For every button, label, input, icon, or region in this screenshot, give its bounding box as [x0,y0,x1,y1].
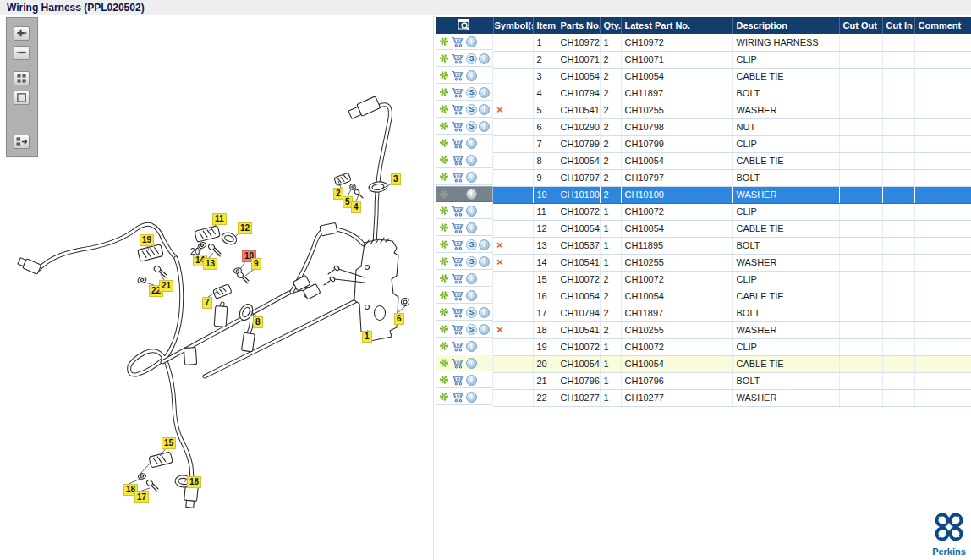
info-icon[interactable]: i [466,206,477,217]
parts-row[interactable]: S i 21 CH10796 1 CH10796 BOLT [436,372,971,389]
diagram-callout-15[interactable]: 15 [162,437,176,449]
overview-button[interactable] [14,71,30,85]
settings-gear-icon[interactable] [439,290,449,300]
parts-row[interactable]: S i 11 CH10072 1 CH10072 CLIP [436,203,971,220]
add-to-cart-icon[interactable] [451,358,464,369]
settings-gear-icon[interactable] [439,104,449,114]
parts-row[interactable]: S i 12 CH10054 1 CH10054 CABLE TIE [436,220,971,237]
parts-row[interactable]: S i 3 CH10054 2 CH10054 CABLE TIE [436,68,971,85]
col-header-cut-out[interactable]: Cut Out [839,17,882,34]
diagram-callout-11[interactable]: 11 [212,213,227,225]
diagram-callout-13[interactable]: 13 [203,258,217,270]
diagram-callout-1[interactable]: 1 [362,331,372,343]
info-icon[interactable]: i [479,104,490,115]
add-to-cart-icon[interactable] [451,138,464,149]
parts-row[interactable]: S i 4 CH10794 2 CH11897 BOLT [436,85,971,102]
diagram-callout-19[interactable]: 19 [140,234,154,246]
add-to-cart-icon[interactable] [451,172,464,183]
add-to-cart-icon[interactable] [451,256,464,267]
parts-row[interactable]: S i 10 CH10100 2 CH10100 WASHER [436,186,971,203]
settings-gear-icon[interactable] [439,70,449,80]
add-to-cart-icon[interactable] [451,53,464,64]
add-to-cart-icon[interactable] [451,341,464,352]
col-header-symbols[interactable]: Symbol(s) [493,17,533,34]
col-header-parts-no[interactable]: Parts No. [557,17,600,34]
settings-gear-icon[interactable] [439,53,449,63]
diagram-callout-21[interactable]: 21 [159,280,173,292]
parts-row[interactable]: S i 6 CH10290 2 CH10798 NUT [436,118,971,135]
parts-row[interactable]: S i × 13 CH10537 1 CH11895 BOLT [436,237,971,254]
col-header-item[interactable]: Item [533,17,557,34]
settings-gear-icon[interactable] [439,121,449,131]
settings-gear-icon[interactable] [439,36,449,47]
settings-gear-icon[interactable] [439,341,449,351]
add-to-cart-icon[interactable] [451,222,464,233]
diagram-callout-8[interactable]: 8 [253,316,263,328]
add-to-cart-icon[interactable] [451,324,464,335]
settings-gear-icon[interactable] [439,375,449,385]
add-to-cart-icon[interactable] [451,36,464,47]
parts-row[interactable]: S i 7 CH10799 2 CH10799 CLIP [436,135,971,152]
info-icon[interactable]: i [479,256,490,267]
info-icon[interactable]: i [479,87,490,98]
settings-gear-icon[interactable] [439,87,449,97]
zoom-out-button[interactable] [14,46,30,60]
info-icon[interactable]: i [479,239,490,250]
settings-gear-icon[interactable] [439,189,449,200]
add-to-cart-icon[interactable] [451,273,464,284]
add-to-cart-icon[interactable] [451,104,464,115]
settings-gear-icon[interactable] [439,206,449,216]
diagram-callout-9[interactable]: 9 [251,258,261,270]
fit-to-page-button[interactable] [14,91,30,105]
info-icon[interactable]: i [466,341,477,352]
info-icon[interactable]: i [479,324,490,335]
info-icon[interactable]: i [466,375,477,386]
settings-gear-icon[interactable] [439,273,449,283]
info-icon[interactable]: i [466,273,477,284]
diagram-callout-2[interactable]: 2 [333,188,343,200]
parts-row[interactable]: S i 1 CH10972 1 CH10972 WIRING HARNESS [436,34,971,51]
diagram-callout-3[interactable]: 3 [391,173,401,185]
info-icon[interactable]: i [466,392,477,403]
info-icon[interactable]: i [466,36,477,47]
info-icon[interactable]: i [466,138,477,149]
supersession-icon[interactable]: S [466,324,477,335]
add-to-cart-icon[interactable] [451,155,464,166]
info-icon[interactable]: i [466,172,477,183]
supersession-icon[interactable]: S [466,87,477,98]
settings-gear-icon[interactable] [439,307,449,317]
diagram-callout-4[interactable]: 4 [351,201,361,213]
zoom-in-button[interactable] [14,26,30,41]
col-header-latest-part-no[interactable]: Latest Part No. [621,17,732,34]
info-icon[interactable]: i [479,121,490,132]
parts-row[interactable]: S i 8 CH10054 2 CH10054 CABLE TIE [436,152,971,169]
parts-row[interactable]: S i 22 CH10277 1 CH10277 WASHER [436,389,971,406]
parts-row[interactable]: S i 2 CH10071 2 CH10071 CLIP [436,51,971,68]
info-icon[interactable]: i [466,222,477,233]
settings-gear-icon[interactable] [439,138,449,148]
info-icon[interactable]: i [479,53,490,64]
supersession-icon[interactable]: S [466,104,477,115]
add-to-cart-icon[interactable] [451,206,464,217]
add-to-cart-icon[interactable] [451,375,464,386]
parts-row[interactable]: S i 20 CH10054 1 CH10054 CABLE TIE [436,355,971,372]
info-icon[interactable]: i [479,307,490,318]
parts-row[interactable]: S i × 14 CH10541 1 CH10255 WASHER [436,254,971,271]
diagram-callout-17[interactable]: 17 [134,491,149,503]
add-to-cart-icon[interactable] [451,392,464,403]
add-to-cart-icon[interactable] [451,189,464,200]
diagram-callout-6[interactable]: 6 [394,313,404,325]
col-header-cut-in[interactable]: Cut In [882,17,914,34]
settings-gear-icon[interactable] [439,222,449,233]
toggle-parts-list-button[interactable] [14,135,30,149]
diagram-callout-12[interactable]: 12 [238,222,252,234]
col-header-qty[interactable]: Qty. [600,17,621,34]
parts-row[interactable]: S i × 18 CH10541 2 CH10255 WASHER [436,321,971,338]
settings-gear-icon[interactable] [439,256,449,266]
supersession-icon[interactable]: S [466,239,477,250]
col-header-actions[interactable] [436,17,493,34]
settings-gear-icon[interactable] [439,155,449,165]
parts-row[interactable]: S i × 5 CH10541 2 CH10255 WASHER [436,102,971,118]
settings-gear-icon[interactable] [439,324,449,334]
add-to-cart-icon[interactable] [451,87,464,98]
